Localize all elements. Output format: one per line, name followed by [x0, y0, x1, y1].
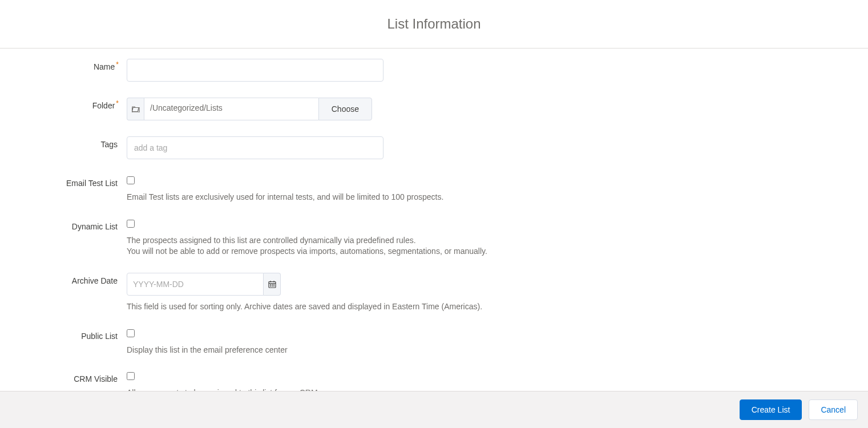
label-crm-visible: CRM Visible	[74, 374, 118, 383]
row-public-list: Public List Display this list in the ema…	[17, 328, 851, 356]
svg-rect-8	[272, 285, 273, 286]
row-crm-visible: CRM Visible Allow prospects to be assign…	[17, 371, 851, 391]
tags-input[interactable]	[127, 136, 383, 159]
folder-group: /Uncategorized/Lists Choose	[127, 98, 372, 120]
label-name: Name	[94, 62, 118, 71]
calendar-icon	[268, 280, 276, 288]
cancel-button[interactable]: Cancel	[809, 399, 858, 420]
row-folder: Folder /Uncategorized/Lists Choose	[17, 98, 851, 120]
row-archive-date: Archive Date	[17, 273, 851, 312]
label-folder: Folder	[92, 101, 118, 110]
form-scroll-area[interactable]: Name Folder /Uncategorized/L	[0, 49, 868, 391]
folder-icon	[127, 98, 144, 120]
email-test-checkbox[interactable]	[127, 176, 135, 184]
archive-date-help: This field is used for sorting only. Arc…	[127, 301, 754, 312]
choose-folder-button[interactable]: Choose	[318, 98, 372, 120]
label-email-test: Email Test List	[66, 179, 118, 188]
folder-path-display: /Uncategorized/Lists	[144, 98, 318, 120]
page-header: List Information	[0, 0, 868, 49]
label-public-list: Public List	[81, 332, 118, 341]
svg-rect-5	[272, 284, 273, 285]
row-name: Name	[17, 59, 851, 82]
label-tags: Tags	[100, 140, 118, 149]
row-email-test: Email Test List Email Test lists are exc…	[17, 175, 851, 203]
crm-visible-checkbox[interactable]	[127, 372, 135, 380]
label-dynamic-list: Dynamic List	[72, 222, 118, 231]
create-list-button[interactable]: Create List	[740, 399, 802, 420]
archive-date-group	[127, 273, 281, 296]
public-list-help: Display this list in the email preferenc…	[127, 345, 754, 356]
dynamic-list-help: The prospects assigned to this list are …	[127, 235, 754, 257]
footer-bar: Create List Cancel	[0, 391, 868, 428]
svg-rect-4	[270, 284, 271, 285]
calendar-button[interactable]	[264, 273, 281, 296]
list-information-form: Name Folder /Uncategorized/L	[0, 49, 868, 391]
public-list-checkbox[interactable]	[127, 329, 135, 337]
svg-rect-7	[270, 285, 271, 286]
crm-visible-help: Allow prospects to be assigned to this l…	[127, 387, 754, 391]
dynamic-list-checkbox[interactable]	[127, 220, 135, 228]
email-test-help: Email Test lists are exclusively used fo…	[127, 192, 754, 203]
svg-rect-6	[273, 284, 274, 285]
svg-rect-9	[273, 285, 274, 286]
label-archive-date: Archive Date	[72, 276, 118, 285]
archive-date-input[interactable]	[127, 273, 264, 296]
row-tags: Tags	[17, 136, 851, 159]
row-dynamic-list: Dynamic List The prospects assigned to t…	[17, 219, 851, 257]
name-input[interactable]	[127, 59, 383, 82]
page-title: List Information	[0, 16, 868, 32]
